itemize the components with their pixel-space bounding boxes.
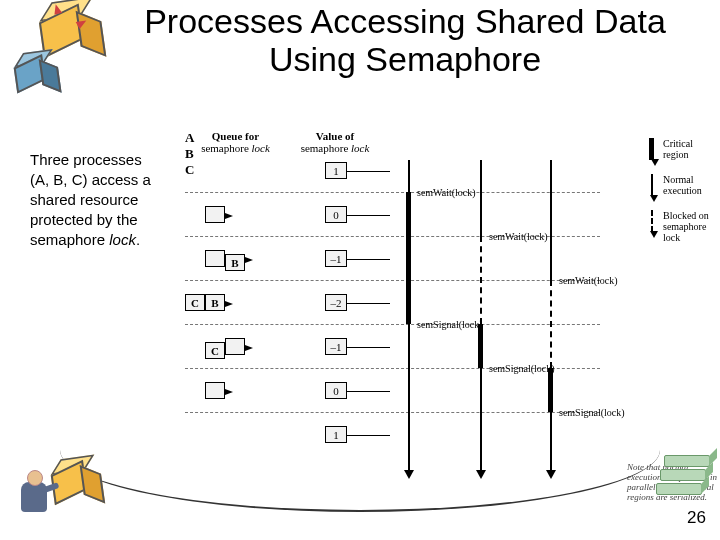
slide-title: Processes Accessing Shared Data Using Se…: [110, 2, 700, 78]
evt-C-wait: semWait(lock): [559, 275, 618, 286]
queue-row: B: [205, 250, 253, 267]
page-number: 26: [687, 508, 706, 528]
sem-value: 1: [325, 426, 347, 443]
sem-value: –1: [325, 250, 347, 267]
col-C: C: [185, 162, 665, 178]
sem-value: 0: [325, 206, 347, 223]
evt-B-wait: semWait(lock): [489, 231, 548, 242]
sem-value: –1: [325, 338, 347, 355]
queue-row: C: [205, 338, 253, 355]
queue-row: [205, 206, 233, 223]
time-divider: [185, 192, 600, 193]
evt-A-wait: semWait(lock): [417, 187, 476, 198]
decor-servers-icon: [654, 455, 714, 510]
evt-A-signal: semSignal(lock): [417, 319, 483, 330]
evt-C-signal: semSignal(lock): [559, 407, 625, 418]
sem-value: 0: [325, 382, 347, 399]
semaphore-diagram: Queue for semaphore lock Value of semaph…: [185, 130, 665, 500]
slide: Processes Accessing Shared Data Using Se…: [0, 0, 720, 540]
evt-B-signal: semSignal(lock): [489, 363, 555, 374]
decor-cubes-top-left: [8, 8, 103, 103]
queue-row: CB: [185, 294, 233, 311]
legend: Critical region Normal execution Blocked…: [651, 138, 713, 257]
person-icon: [15, 470, 55, 525]
decor-bottom-left: [5, 460, 115, 530]
slide-description: Three processes (A, B, C) access a share…: [30, 150, 180, 250]
queue-row: [205, 382, 233, 399]
decor-swoop: [60, 450, 660, 512]
sem-value: –2: [325, 294, 347, 311]
sem-value: 1: [325, 162, 347, 179]
value-header: Value of semaphore lock: [295, 130, 375, 154]
queue-header: Queue for semaphore lock: [193, 130, 278, 154]
